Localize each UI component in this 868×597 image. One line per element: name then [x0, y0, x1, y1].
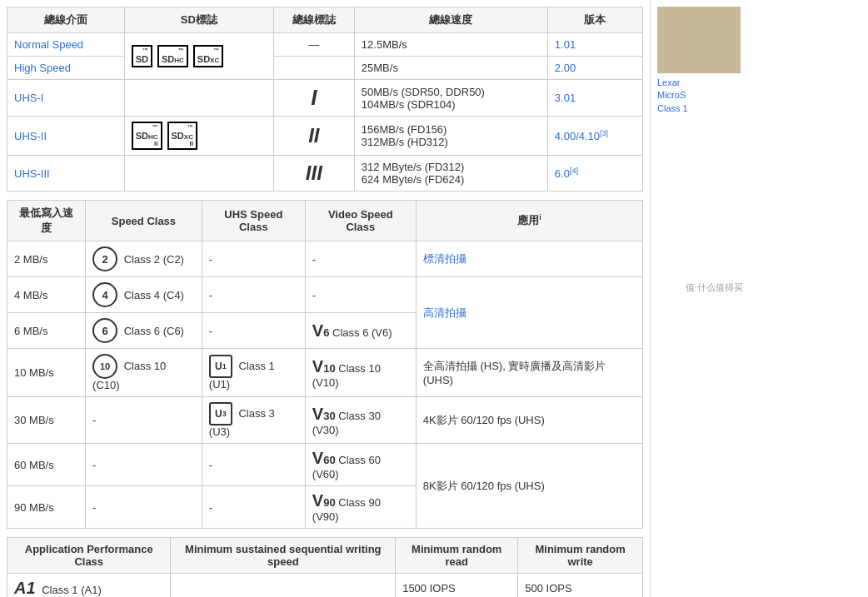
bus-symbol-cell: —	[273, 33, 354, 57]
watermark: 值 什么值得买	[657, 281, 743, 294]
table-row: UHS-III III 312 MByte/s (FD312) 624 MByt…	[7, 156, 643, 192]
sd-logo-normal: ™ SD	[132, 45, 152, 68]
version-cell: 3.01	[547, 80, 642, 117]
class4-icon: 4	[92, 282, 117, 307]
video-cell: V90 Class 90 (V90)	[305, 486, 416, 529]
speed-class-table: 最低寫入速度 Speed Class UHS Speed Class Video…	[7, 200, 643, 529]
uhs-cell: -	[202, 313, 305, 349]
speed-class-cell: -	[86, 397, 202, 444]
app-cell: 標清拍攝	[416, 241, 642, 277]
app-cell: 4K影片 60/120 fps (UHS)	[416, 397, 642, 444]
col-speed-class: Speed Class	[86, 201, 202, 241]
seq-write-cell: 10 MB/s	[171, 574, 396, 597]
interface-cell: UHS-I	[7, 80, 125, 117]
bus-symbol-cell: I	[273, 80, 354, 117]
v30-large: V	[312, 405, 323, 423]
table-row: 30 MB/s - U3 Class 3 (U3) V30 Class 30 (…	[7, 397, 643, 444]
v30-num: 30	[323, 410, 335, 422]
col-video-class: Video Speed Class	[305, 201, 416, 241]
v10-large: V	[312, 357, 323, 376]
app-performance-table: Application Performance Class Minimum su…	[7, 537, 643, 597]
class6-label: Class 6 (C6)	[124, 325, 184, 337]
speed-cell: 50MB/s (SDR50, DDR50) 104MB/s (SDR104)	[354, 80, 547, 117]
video-cell: -	[305, 241, 416, 277]
bus-symbol-cell: III	[273, 156, 354, 192]
sd-logo-hc: ™ SDHC	[157, 45, 188, 68]
sd-logo-cell-uhs3	[124, 156, 273, 192]
v6-large: V	[312, 321, 323, 340]
col-header-sd-logo: SD標誌	[124, 7, 273, 33]
speed-cell: 156MB/s (FD156) 312MB/s (HD312)	[354, 117, 547, 156]
speed-cell: 25MB/s	[354, 57, 547, 80]
col-app: 應用i	[416, 201, 642, 241]
table-row: UHS-II ™ SDHC II ™ SDXC II	[7, 117, 643, 156]
version-cell: 2.00	[547, 57, 642, 80]
sd-logo-xc: ™ SDXC	[193, 45, 223, 68]
class4-label: Class 4 (C4)	[124, 289, 184, 301]
app-cell: 高清拍攝	[416, 277, 642, 349]
class2-icon: 2	[92, 246, 117, 271]
uhs-cell: -	[202, 277, 305, 313]
v10-num: 10	[323, 362, 335, 375]
apc-cell: A1 Class 1 (A1)	[7, 574, 171, 597]
sd-logos-uhs2: ™ SDHC II ™ SDXC II	[132, 122, 267, 150]
u3-icon: U3	[209, 402, 232, 425]
min-write-cell: 10 MB/s	[7, 349, 86, 397]
main-content: 總線介面 SD標誌 總線標誌 總線速度 版本 Normal Speed ™ SD	[0, 0, 650, 597]
col-apc: Application Performance Class	[7, 538, 171, 574]
interface-cell: UHS-II	[7, 117, 125, 156]
rand-write-cell: 500 IOPS	[518, 574, 643, 597]
col-uhs-class: UHS Speed Class	[202, 201, 305, 241]
sd-logo-cell: ™ SD ™ SDHC ™ SDXC	[124, 33, 273, 80]
table-row: 10 MB/s 10 Class 10 (C10) U1 Class 1 (U1…	[7, 349, 643, 397]
class6-icon: 6	[92, 318, 117, 343]
a1-icon: A1	[14, 579, 36, 597]
speed-class-cell: -	[86, 486, 202, 529]
bus-symbol-cell	[273, 57, 354, 80]
min-write-cell: 90 MB/s	[7, 486, 86, 529]
version-cell: 6.0[4]	[547, 156, 642, 192]
table-row: 4 MB/s 4 Class 4 (C4) - - 高清拍攝	[7, 277, 643, 313]
min-write-cell: 6 MB/s	[7, 313, 86, 349]
sd-interface-table: 總線介面 SD標誌 總線標誌 總線速度 版本 Normal Speed ™ SD	[7, 7, 643, 192]
sidebar-brand: Lexar MicroS Class 1	[657, 77, 743, 115]
speed-cell: 312 MByte/s (FD312) 624 MByte/s (FD624)	[354, 156, 547, 192]
table-row: Normal Speed ™ SD ™ SDHC	[7, 33, 643, 57]
version-cell: 1.01	[547, 33, 642, 57]
video-cell: -	[305, 277, 416, 313]
speed-class-cell: 4 Class 4 (C4)	[86, 277, 202, 313]
interface-cell: UHS-III	[7, 156, 125, 192]
class2-label: Class 2 (C2)	[124, 253, 184, 266]
speed-class-cell: 6 Class 6 (C6)	[86, 313, 202, 349]
min-write-cell: 4 MB/s	[7, 277, 86, 313]
speed-class-cell: 10 Class 10 (C10)	[86, 349, 202, 397]
uhs-cell: -	[202, 241, 305, 277]
video-cell: V6 Class 6 (V6)	[305, 313, 416, 349]
uhs-cell: -	[202, 486, 305, 529]
v6-num: 6	[323, 326, 329, 339]
min-write-cell: 30 MB/s	[7, 397, 86, 444]
v90-large: V	[312, 491, 323, 510]
v60-num: 60	[323, 454, 335, 466]
uhs-cell: -	[202, 444, 305, 486]
col-seq-write: Minimum sustained sequential writing spe…	[171, 538, 396, 574]
video-cell: V10 Class 10 (V10)	[305, 349, 416, 397]
sd-logos-group: ™ SD ™ SDHC ™ SDXC	[132, 45, 267, 68]
v6-label: Class 6 (V6)	[332, 326, 392, 339]
class10-icon: 10	[92, 354, 117, 379]
version-cell: 4.00/4.10[3]	[547, 117, 642, 156]
app-cell: 8K影片 60/120 fps (UHS)	[416, 444, 642, 529]
table-row: A1 Class 1 (A1) 10 MB/s 1500 IOPS 500 IO…	[7, 574, 643, 597]
col-rand-read: Minimum random read	[396, 538, 518, 574]
u1-icon: U1	[209, 355, 232, 378]
col-header-bus-logo: 總線標誌	[273, 7, 354, 33]
video-cell: V30 Class 30 (V30)	[305, 397, 416, 444]
bus-symbol-cell: II	[273, 117, 354, 156]
uhs-cell: U3 Class 3 (U3)	[202, 397, 305, 444]
v60-large: V	[312, 449, 323, 467]
uhs-cell: U1 Class 1 (U1)	[202, 349, 305, 397]
speed-class-cell: -	[86, 444, 202, 486]
v90-num: 90	[323, 496, 335, 509]
table-row: UHS-I I 50MB/s (SDR50, DDR50) 104MB/s (S…	[7, 80, 643, 117]
speed-class-cell: 2 Class 2 (C2)	[86, 241, 202, 277]
